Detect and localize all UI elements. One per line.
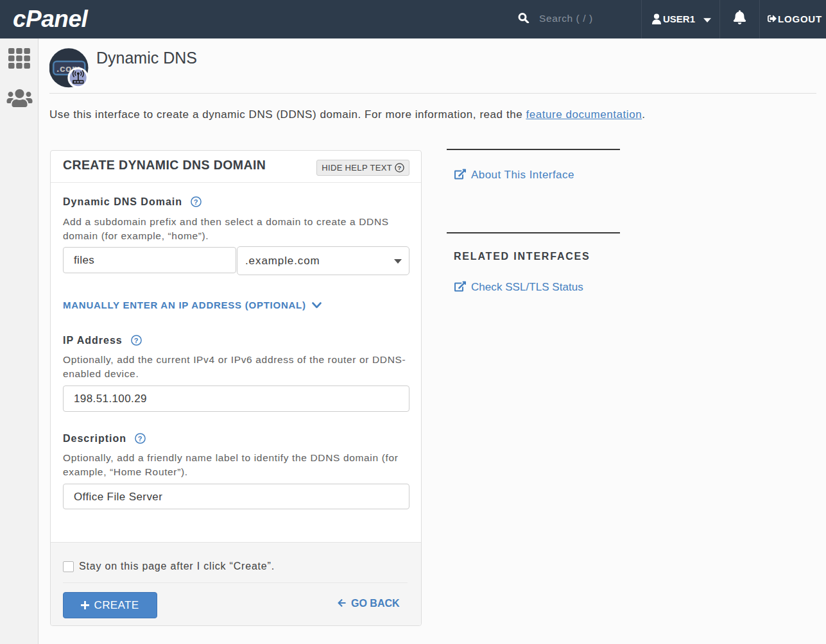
- svg-text:?: ?: [138, 435, 143, 443]
- svg-text:?: ?: [194, 198, 199, 206]
- svg-text:?: ?: [134, 337, 139, 344]
- svg-text:?: ?: [397, 164, 401, 171]
